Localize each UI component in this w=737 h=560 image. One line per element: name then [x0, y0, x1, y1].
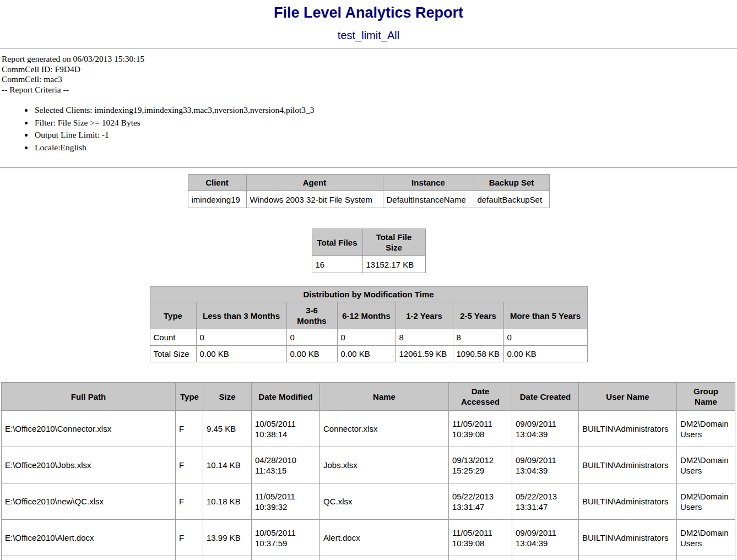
- date-accessed-cell: 11/05/2011 10:39:08: [449, 411, 512, 447]
- backup-set-cell: defaultBackupSet: [474, 191, 549, 208]
- distribution-cell: 1090.58 KB: [453, 346, 503, 362]
- files-header-row: Full Path Type Size Date Modified Name D…: [2, 383, 735, 411]
- group-name-cell: DM2\Domain Users: [677, 520, 735, 556]
- report-criteria-list: Selected Clients: imindexing19,imindexin…: [2, 105, 735, 153]
- group-name-cell: DM2\Domain Users: [677, 447, 735, 483]
- distribution-cell: 0: [503, 329, 587, 346]
- date-created-cell: 09/09/2011 13:04:39: [512, 520, 579, 556]
- distribution-count-row: Count 0 0 0 8 8 0: [150, 329, 587, 346]
- instance-cell: DefaultInstanceName: [383, 191, 474, 208]
- date-created-cell: 05/22/2013 13:31:47: [512, 483, 579, 520]
- user-name-cell: BUILTIN\Administrators: [579, 520, 677, 556]
- date-modified-cell: 04/28/2010 11:43:15: [252, 447, 320, 483]
- total-file-size-header-cell: Total File Size: [362, 229, 425, 256]
- size-cell: 10.14 KB: [203, 447, 252, 483]
- total-files-cell: 16: [312, 256, 362, 273]
- distribution-row-label: Count: [150, 329, 196, 346]
- page-title: File Level Analytics Report: [0, 4, 737, 21]
- dist-1-2y-header-cell: 1-2 Years: [395, 302, 453, 329]
- distribution-cell: 0: [337, 329, 395, 346]
- full-path-cell: E:\Office2010\new\QC.xlsx: [2, 483, 176, 520]
- files-row: E:\Office2010\Jobs.xlsx F 10.14 KB 04/28…: [2, 447, 735, 483]
- report-generated-line: Report generated on 06/03/2013 15:30:15: [2, 54, 735, 64]
- distribution-header-row: Type Less than 3 Months 3-6 Months 6-12 …: [150, 302, 587, 329]
- total-file-size-cell: 13152.17 KB: [362, 256, 425, 273]
- client-table-row: imindexing19 Windows 2003 32-bit File Sy…: [188, 191, 549, 208]
- type-header-cell: Type: [176, 383, 203, 411]
- dist-6-12m-header-cell: 6-12 Months: [337, 302, 395, 329]
- size-cell: 9.45 KB: [203, 411, 252, 447]
- type-cell: F: [176, 447, 203, 483]
- name-header-cell: Name: [320, 383, 449, 411]
- date-accessed-cell: 09/13/2012 15:25:29: [449, 447, 512, 483]
- group-name-cell: DM2\Domain Users: [677, 483, 735, 520]
- dist-3-6m-header-cell: 3-6 Months: [286, 302, 337, 329]
- distribution-title: Distribution by Modification Time: [150, 287, 587, 302]
- date-modified-cell: 11/05/2011 10:39:32: [252, 483, 320, 520]
- group-name-cell: DM2\Domain Users: [677, 411, 735, 447]
- totals-table: Total Files Total File Size 16 13152.17 …: [312, 229, 426, 273]
- name-cell: Connector.xlsx: [320, 411, 449, 447]
- type-cell: F: [176, 411, 203, 447]
- files-row: E:\Office2010\new\UpdateForm.docx F 14.6…: [2, 556, 735, 560]
- size-cell: 13.99 KB: [203, 520, 252, 556]
- full-path-cell: E:\Office2010\Alert.docx: [2, 520, 176, 556]
- user-name-cell: BUILTIN\Administrators: [579, 483, 677, 520]
- type-cell: F: [176, 556, 203, 560]
- date-accessed-cell: 11/05/2011 10:39:08: [449, 520, 512, 556]
- criteria-item: Selected Clients: imindexing19,imindexin…: [34, 105, 735, 116]
- criteria-divider: [0, 167, 737, 168]
- user-name-header-cell: User Name: [579, 383, 677, 411]
- type-cell: F: [176, 483, 203, 520]
- files-row: E:\Office2010\Connector.xlsx F 9.45 KB 1…: [2, 411, 735, 447]
- criteria-item: Filter: File Size >= 1024 Bytes: [34, 118, 735, 128]
- date-modified-header-cell: Date Modified: [252, 383, 320, 411]
- criteria-item: Output Line Limit: -1: [34, 130, 735, 140]
- dist-lt3m-header-cell: Less than 3 Months: [196, 302, 286, 329]
- dist-2-5y-header-cell: 2-5 Years: [453, 302, 503, 329]
- report-metadata: Report generated on 06/03/2013 15:30:15 …: [0, 49, 737, 167]
- distribution-size-row: Total Size 0.00 KB 0.00 KB 0.00 KB 12061…: [150, 346, 587, 362]
- distribution-cell: 0.00 KB: [503, 346, 587, 362]
- name-cell: Alert.docx: [320, 520, 449, 556]
- distribution-cell: 0.00 KB: [286, 346, 337, 362]
- dist-type-header-cell: Type: [150, 302, 196, 329]
- distribution-cell: 0: [196, 329, 286, 346]
- user-name-cell: BUILTIN\Administrators: [579, 447, 677, 483]
- backup-set-header-cell: Backup Set: [474, 175, 549, 191]
- date-created-cell: 05/22/2013 13:31:48: [512, 556, 579, 560]
- size-cell: 14.67 KB: [203, 556, 252, 560]
- date-created-cell: 09/09/2011 13:04:39: [512, 447, 579, 483]
- size-header-cell: Size: [203, 383, 252, 411]
- distribution-cell: 0.00 KB: [337, 346, 395, 362]
- client-header-cell: Client: [188, 175, 246, 191]
- size-cell: 10.18 KB: [203, 483, 252, 520]
- files-row: E:\Office2010\Alert.docx F 13.99 KB 10/0…: [2, 520, 735, 556]
- distribution-table: Distribution by Modification Time Type L…: [150, 286, 588, 362]
- user-name-cell: BUILTIN\Administrators: [579, 556, 677, 560]
- client-cell: imindexing19: [188, 191, 246, 208]
- distribution-cell: 12061.59 KB: [395, 346, 453, 362]
- client-info-table: Client Agent Instance Backup Set imindex…: [188, 174, 550, 208]
- distribution-row-label: Total Size: [150, 346, 196, 362]
- files-row: E:\Office2010\new\QC.xlsx F 10.18 KB 11/…: [2, 483, 735, 520]
- group-name-cell: DM2\Domain Users: [677, 556, 735, 560]
- commcell-name-line: CommCell: mac3: [2, 74, 735, 85]
- agent-cell: Windows 2003 32-bit File System: [246, 191, 383, 208]
- instance-header-cell: Instance: [383, 175, 474, 191]
- name-cell: QC.xlsx: [320, 483, 449, 520]
- totals-header-row: Total Files Total File Size: [312, 229, 425, 256]
- distribution-cell: 8: [395, 329, 453, 346]
- report-criteria-heading: -- Report Criteria --: [2, 85, 735, 95]
- name-cell: Jobs.xlsx: [320, 447, 449, 483]
- date-modified-cell: 10/05/2011 10:37:59: [252, 520, 320, 556]
- type-cell: F: [176, 520, 203, 556]
- criteria-item: Locale:English: [34, 143, 735, 153]
- distribution-cell: 0.00 KB: [196, 346, 286, 362]
- date-modified-cell: 11/05/2011 10:39:11: [252, 556, 320, 560]
- date-created-header-cell: Date Created: [512, 383, 579, 411]
- distribution-cell: 0: [286, 329, 337, 346]
- full-path-header-cell: Full Path: [2, 383, 176, 411]
- date-accessed-cell: 05/22/2013 13:31:47: [449, 483, 512, 520]
- full-path-cell: E:\Office2010\Jobs.xlsx: [2, 447, 176, 483]
